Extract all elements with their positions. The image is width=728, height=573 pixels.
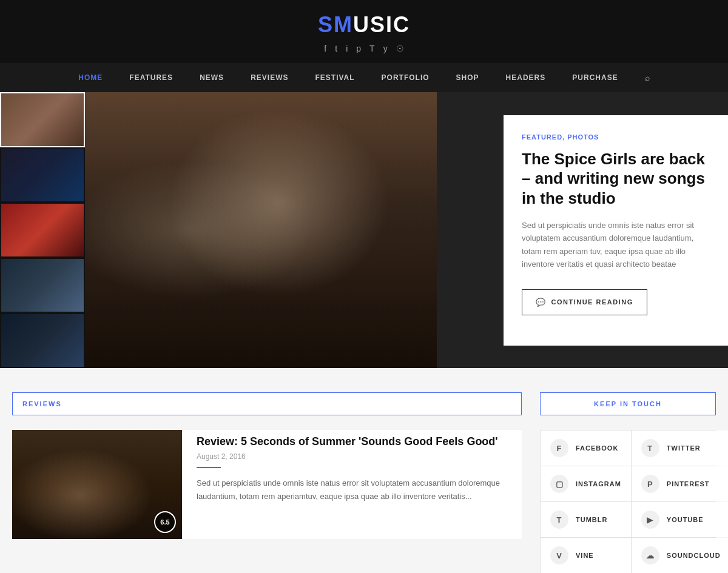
- review-thumbnail[interactable]: 6.5: [12, 430, 182, 539]
- vine-icon: v: [550, 546, 568, 565]
- nav-features[interactable]: FEATURES: [116, 64, 186, 92]
- nav-purchase[interactable]: PURCHASE: [559, 64, 631, 92]
- hero-section: Featured, Photos The Spice Girls are bac…: [0, 92, 728, 368]
- logo-sm: SM: [318, 12, 353, 37]
- nav-shop[interactable]: SHOP: [443, 64, 493, 92]
- pinterest-label: PINTEREST: [667, 480, 710, 488]
- header-twitter-icon[interactable]: t: [335, 44, 337, 53]
- thumb-1[interactable]: [0, 92, 85, 147]
- tumblr-label: TUMBLR: [576, 516, 607, 523]
- keep-in-touch-heading: KEEP IN TOUCH: [540, 392, 716, 415]
- main-nav: HOME FEATURES NEWS REVIEWS FESTIVAL PORT…: [0, 63, 728, 92]
- header-youtube-icon[interactable]: y: [383, 44, 388, 53]
- site-header: SMUSIC f t i p T y ☉: [0, 0, 728, 63]
- featured-tag: Featured, Photos: [522, 133, 710, 141]
- youtube-label: YOUTUBE: [667, 516, 704, 523]
- nav-news[interactable]: NEWS: [186, 64, 237, 92]
- review-date: August 2, 2016: [197, 452, 522, 461]
- tumblr-icon: T: [550, 511, 568, 529]
- nav-headers[interactable]: HEADERS: [493, 64, 559, 92]
- featured-card: Featured, Photos The Spice Girls are bac…: [504, 115, 728, 346]
- social-soundcloud[interactable]: ☁ SOUNDCLOUD: [632, 538, 728, 573]
- nav-portfolio[interactable]: PORTFOLIO: [368, 64, 443, 92]
- social-twitter[interactable]: t TWITTER: [632, 431, 728, 466]
- header-rss-icon[interactable]: ☉: [396, 44, 404, 53]
- nav-reviews[interactable]: REVIEWS: [237, 64, 302, 92]
- facebook-icon: f: [550, 439, 568, 457]
- featured-title: The Spice Girls are back – and writing n…: [522, 149, 710, 209]
- social-facebook[interactable]: f FACEBOOK: [541, 431, 631, 466]
- thumbnail-sidebar: [0, 92, 85, 368]
- twitter-label: TWITTER: [667, 444, 701, 452]
- social-vine[interactable]: v VINE: [541, 538, 631, 573]
- instagram-label: INSTAGRAM: [576, 480, 621, 488]
- header-facebook-icon[interactable]: f: [324, 44, 326, 53]
- social-pinterest[interactable]: p PINTEREST: [632, 466, 728, 501]
- thumb-2[interactable]: [0, 147, 85, 203]
- header-tumblr-icon[interactable]: T: [369, 44, 375, 53]
- nav-home[interactable]: HOME: [65, 64, 116, 92]
- thumb-3[interactable]: [0, 203, 85, 258]
- soundcloud-icon: ☁: [641, 546, 659, 565]
- review-divider: [197, 467, 221, 468]
- header-pinterest-icon[interactable]: p: [356, 44, 361, 53]
- review-excerpt: Sed ut perspiciatis unde omnis iste natu…: [197, 477, 522, 503]
- logo-usic: USIC: [353, 12, 410, 37]
- continue-reading-button[interactable]: 💬 CONTINUE READING: [522, 289, 647, 315]
- social-icons-header: f t i p T y ☉: [0, 44, 728, 53]
- youtube-icon: ▶: [641, 511, 659, 529]
- site-logo: SMUSIC: [0, 12, 728, 38]
- main-content: REVIEWS 6.5 Review: 5 Seconds of Summer …: [0, 368, 728, 573]
- rating-badge: 6.5: [154, 511, 176, 533]
- nav-festival[interactable]: FESTIVAL: [302, 64, 368, 92]
- social-grid: f FACEBOOK t TWITTER ▢ INSTAGRAM p PINTE…: [540, 430, 716, 573]
- thumb-5[interactable]: [0, 313, 85, 368]
- hero-image: [85, 92, 437, 368]
- right-column: KEEP IN TOUCH f FACEBOOK t TWITTER ▢ INS…: [540, 392, 716, 573]
- search-icon[interactable]: ⌕: [632, 63, 663, 92]
- reviews-heading: REVIEWS: [12, 392, 522, 415]
- vine-label: VINE: [576, 552, 594, 559]
- review-content: Review: 5 Seconds of Summer 'Sounds Good…: [197, 430, 522, 539]
- header-instagram-icon[interactable]: i: [346, 44, 348, 53]
- left-column: REVIEWS 6.5 Review: 5 Seconds of Summer …: [12, 392, 522, 573]
- review-title[interactable]: Review: 5 Seconds of Summer 'Sounds Good…: [197, 435, 522, 449]
- facebook-label: FACEBOOK: [576, 444, 618, 452]
- soundcloud-label: SOUNDCLOUD: [667, 552, 721, 559]
- twitter-icon: t: [641, 439, 659, 457]
- pinterest-icon: p: [641, 475, 659, 493]
- social-tumblr[interactable]: T TUMBLR: [541, 502, 631, 537]
- social-instagram[interactable]: ▢ INSTAGRAM: [541, 466, 631, 501]
- instagram-icon: ▢: [550, 475, 568, 493]
- featured-excerpt: Sed ut perspiciatis unde omnis iste natu…: [522, 219, 710, 271]
- thumb-4[interactable]: [0, 258, 85, 313]
- comment-icon: 💬: [536, 298, 547, 307]
- review-card: 6.5 Review: 5 Seconds of Summer 'Sounds …: [12, 430, 522, 539]
- social-youtube[interactable]: ▶ YOUTUBE: [632, 502, 728, 537]
